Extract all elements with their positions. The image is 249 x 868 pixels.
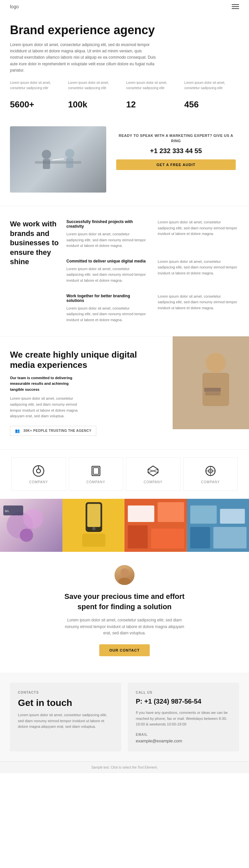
svg-point-32 xyxy=(92,527,95,530)
contact-section: CONTACTS Get in touch Lorem ipsum dolor … xyxy=(0,673,249,761)
feature-1b-desc: Lorem ipsum dolor sit amet, consetetur s… xyxy=(158,219,239,237)
feature-1b: Lorem ipsum dolor sit amet, consetetur s… xyxy=(158,219,239,249)
feature-3b: Lorem ipsum dolor sit amet, consetetur s… xyxy=(158,293,239,323)
contacts-label: CONTACTS xyxy=(18,691,113,694)
feature-2b: Lorem ipsum dolor sit amet, consetetur s… xyxy=(158,259,239,284)
feature-2: Committed to deliver unique digital medi… xyxy=(66,259,148,284)
svg-rect-42 xyxy=(190,527,210,549)
contact-left-body: Lorem ipsum dolor sit amet, consetetur s… xyxy=(18,712,113,730)
feature-1-desc: Lorem ipsum dolor sit amet, consetetur s… xyxy=(66,231,148,249)
portfolio-item-2[interactable] xyxy=(62,499,125,552)
logo-icon-4 xyxy=(204,464,217,477)
svg-point-44 xyxy=(120,568,129,576)
svg-text:bn.: bn. xyxy=(5,509,10,513)
feature-3-title: Work together for better branding soluti… xyxy=(66,293,148,303)
svg-rect-36 xyxy=(158,502,184,522)
svg-rect-43 xyxy=(213,527,246,549)
hero-stat-labels: Lorem ipsum dolor sit amet, consetetur s… xyxy=(10,80,239,97)
svg-rect-3 xyxy=(43,159,50,169)
testimonial-heading: Save your precious time and effort spent… xyxy=(61,592,188,612)
contact-right-block: CALL US P: +1 (324) 987-56-54 If you hav… xyxy=(128,683,239,751)
trusting-text: 30K+ PEOPLE TRUSTING THE AGENCY xyxy=(24,429,92,433)
logo-label-3: COMPANY xyxy=(144,480,163,484)
stat-label-2: Lorem ipsum dolor sit amet, consetetur s… xyxy=(68,80,123,91)
digital-content: We create highly unique digital media ex… xyxy=(0,336,173,449)
feature-3-desc: Lorem ipsum dolor sit amet, consetetur s… xyxy=(66,306,148,323)
feature-2b-desc: Lorem ipsum dolor sit amet, consetetur s… xyxy=(158,259,239,276)
brands-section: We work with brands and businesses to en… xyxy=(0,206,249,336)
header: logo xyxy=(0,0,249,13)
digital-image-placeholder xyxy=(173,336,249,429)
footer: Sample text. Click to select the Text El… xyxy=(0,761,249,773)
testimonial-section: Save your precious time and effort spent… xyxy=(0,552,249,670)
svg-rect-1 xyxy=(35,161,81,164)
stat-4: 456 xyxy=(184,99,239,110)
svg-rect-40 xyxy=(190,505,217,524)
svg-point-45 xyxy=(118,578,131,585)
portfolio-item-4[interactable] xyxy=(187,499,249,552)
svg-point-4 xyxy=(65,149,74,158)
digital-illustration xyxy=(173,336,249,429)
trusting-badge: 👥 30K+ PEOPLE TRUSTING THE AGENCY xyxy=(10,426,96,436)
contact-right-body: If you have any questions, comments or i… xyxy=(136,710,231,727)
logo-item-1: COMPANY xyxy=(11,457,66,491)
brands-heading-block: We work with brands and businesses to en… xyxy=(10,219,60,323)
logo-label-2: COMPANY xyxy=(86,480,105,484)
stat-label-1: Lorem ipsum dolor sit amet, consetetur s… xyxy=(10,80,65,91)
hero-title: Brand experience agency xyxy=(10,23,169,37)
portfolio-item-3[interactable] xyxy=(124,499,187,552)
cta-box: READY TO SPEAK WITH A MARKETING EXPERT? … xyxy=(113,126,239,177)
logo-icon-1 xyxy=(32,464,45,477)
hero-image xyxy=(10,126,106,192)
call-us-label: CALL US xyxy=(136,691,231,694)
svg-rect-16 xyxy=(93,468,99,474)
get-in-touch-heading: Get in touch xyxy=(18,698,113,708)
free-audit-button[interactable]: GET A FREE AUDIT xyxy=(116,159,236,170)
logo-label-1: COMPANY xyxy=(29,480,48,484)
feature-2-desc: Lorem ipsum dolor sit amet, consetetur s… xyxy=(66,266,148,284)
testimonial-body: Lorem ipsum dolor sit amet, consetetur s… xyxy=(61,617,188,636)
avatar-image xyxy=(114,565,135,585)
meeting-illustration xyxy=(28,140,88,179)
hamburger-menu[interactable] xyxy=(232,4,239,9)
logo-label-4: COMPANY xyxy=(201,480,220,484)
stat-2: 100k xyxy=(68,99,123,110)
email-value: example@example.com xyxy=(136,738,231,743)
footer-text: Sample text. Click to select the Text El… xyxy=(91,766,158,769)
avatar xyxy=(114,565,135,585)
our-contact-button[interactable]: OUR CONTACT xyxy=(99,644,149,656)
svg-rect-41 xyxy=(220,509,245,524)
contact-phone: P: +1 (324) 987-56-54 xyxy=(136,698,231,705)
svg-point-8 xyxy=(206,353,226,373)
feature-1: Successfully finished projects with crea… xyxy=(66,219,148,249)
portfolio-item-1[interactable]: bn. xyxy=(0,499,62,552)
digital-image xyxy=(173,336,249,449)
stat-3: 12 xyxy=(126,99,181,110)
logo-icon-2 xyxy=(89,464,103,477)
svg-rect-31 xyxy=(87,504,100,527)
contact-left-block: CONTACTS Get in touch Lorem ipsum dolor … xyxy=(10,683,121,751)
logo-item-3: COMPANY xyxy=(126,457,181,491)
digital-heading: We create highly unique digital media ex… xyxy=(10,350,163,370)
svg-point-26 xyxy=(20,529,33,542)
svg-rect-33 xyxy=(82,534,105,547)
svg-rect-10 xyxy=(204,388,221,392)
stat-label-4: Lorem ipsum dolor sit amet, consetetur s… xyxy=(184,80,239,91)
digital-body: Lorem ipsum dolor sit amet, consetetur s… xyxy=(10,396,83,419)
digital-subtitle: Our team is committed to delivering meas… xyxy=(10,375,83,393)
feature-3b-desc: Lorem ipsum dolor sit amet, consetetur s… xyxy=(158,293,239,311)
portfolio-grid: bn. xyxy=(0,499,249,552)
svg-point-13 xyxy=(36,469,40,473)
svg-line-6 xyxy=(52,159,64,160)
svg-point-25 xyxy=(23,509,43,529)
brands-features: Successfully finished projects with crea… xyxy=(66,219,239,323)
image-cta-section: READY TO SPEAK WITH A MARKETING EXPERT? … xyxy=(0,126,249,206)
feature-3: Work together for better branding soluti… xyxy=(66,293,148,323)
svg-rect-37 xyxy=(128,525,148,549)
logo-icon-3 xyxy=(146,464,160,477)
svg-point-2 xyxy=(42,150,51,159)
features-grid: Successfully finished projects with crea… xyxy=(66,219,239,323)
svg-rect-5 xyxy=(66,158,73,168)
stat-1: 5600+ xyxy=(10,99,65,110)
digital-section: We create highly unique digital media ex… xyxy=(0,336,249,449)
